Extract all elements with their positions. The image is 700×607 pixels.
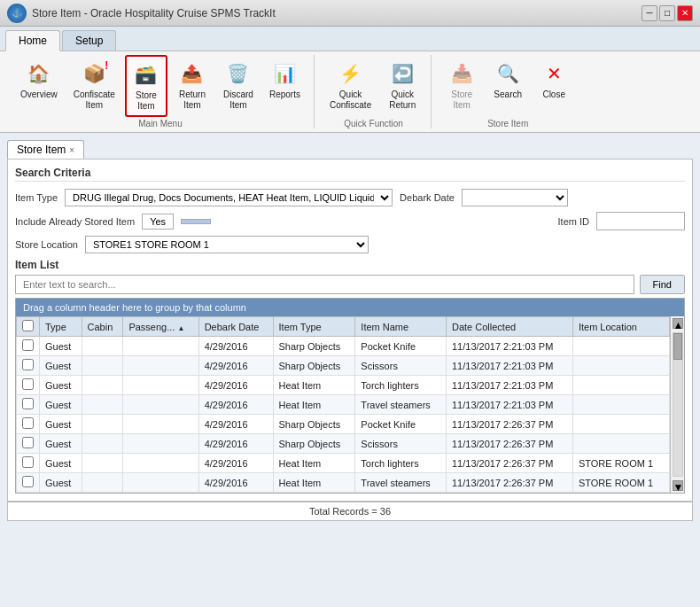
ribbon-tab-bar: Home Setup — [0, 27, 700, 51]
row-item-type: Sharp Objects — [273, 434, 355, 454]
row-type: Guest — [40, 356, 82, 376]
row-checkbox[interactable] — [22, 359, 34, 370]
row-passenger — [123, 337, 198, 356]
table-row[interactable]: Guest 4/29/2016 Sharp Objects Scissors 1… — [17, 356, 670, 376]
ribbon-content: 🏠 Overview 📦 ! ConfiscateItem 🗃️ StoreIt… — [0, 51, 700, 132]
item-list-section: Item List Find Drag a column header here… — [15, 259, 685, 494]
row-item-location — [572, 434, 669, 454]
table-row[interactable]: Guest 4/29/2016 Sharp Objects Pocket Kni… — [17, 415, 670, 434]
row-checkbox[interactable] — [22, 437, 34, 448]
row-item-name: Travel steamers — [355, 395, 447, 415]
store-item-button[interactable]: 🗃️ StoreItem — [125, 55, 167, 117]
store-location-select[interactable]: STORE1 STORE ROOM 1 — [85, 236, 369, 253]
row-item-name: Pocket Knife — [355, 337, 447, 356]
close-window-button[interactable]: ✕ — [677, 5, 693, 21]
return-label: ReturnItem — [179, 89, 206, 111]
table-row[interactable]: Guest 4/29/2016 Heat Item Travel steamer… — [17, 395, 670, 415]
debark-date-select[interactable] — [462, 189, 568, 206]
table-row[interactable]: Guest 4/29/2016 Sharp Objects Scissors 1… — [17, 434, 670, 454]
scroll-thumb[interactable] — [673, 333, 682, 360]
store-item-tab[interactable]: Store Item × — [7, 140, 84, 159]
row-passenger — [123, 473, 198, 493]
tab-bar: Store Item × — [4, 136, 696, 159]
total-records-footer: Total Records = 36 — [7, 502, 693, 521]
col-cabin[interactable]: Cabin — [82, 317, 123, 337]
table-scrollbar[interactable]: ▲ ▼ — [670, 316, 684, 493]
row-checkbox-cell — [17, 356, 40, 376]
col-type[interactable]: Type — [40, 317, 82, 337]
include-stored-yes-button[interactable]: Yes — [142, 214, 174, 230]
row-checkbox[interactable] — [22, 378, 34, 390]
col-item-name[interactable]: Item Name — [355, 317, 447, 337]
scroll-up-button[interactable]: ▲ — [673, 318, 683, 329]
row-item-name: Travel steamers — [355, 473, 447, 493]
row-checkbox[interactable] — [22, 456, 34, 468]
row-item-location — [572, 395, 669, 415]
maximize-button[interactable]: □ — [659, 5, 675, 21]
tab-home[interactable]: Home — [5, 30, 60, 51]
row-type: Guest — [40, 454, 82, 473]
row-item-name: Torch lighters — [355, 454, 447, 473]
col-item-location[interactable]: Item Location — [572, 317, 669, 337]
reports-button[interactable]: 📊 Reports — [263, 55, 307, 117]
row-checkbox[interactable] — [22, 417, 34, 429]
select-all-checkbox[interactable] — [22, 320, 34, 331]
row-checkbox-cell — [17, 434, 40, 454]
table-row[interactable]: Guest 4/29/2016 Heat Item Torch lighters… — [17, 454, 670, 473]
row-debark-date: 4/29/2016 — [198, 376, 273, 395]
table-row[interactable]: Guest 4/29/2016 Heat Item Travel steamer… — [17, 473, 670, 493]
item-type-select[interactable]: DRUG Illegal Drug, Docs Documents, HEAT … — [65, 189, 393, 206]
item-id-label: Item ID — [558, 216, 589, 227]
row-type: Guest — [40, 415, 82, 434]
find-button[interactable]: Find — [640, 275, 685, 294]
col-date-collected[interactable]: Date Collected — [446, 317, 572, 337]
store-item-action-button[interactable]: 📥 StoreItem — [440, 55, 483, 117]
row-checkbox[interactable] — [22, 476, 34, 487]
row-date-collected: 11/13/2017 2:21:03 PM — [446, 395, 572, 415]
search-criteria-section: Search Criteria Item Type DRUG Illegal D… — [15, 167, 685, 253]
row-date-collected: 11/13/2017 2:26:37 PM — [446, 473, 572, 493]
discard-item-button[interactable]: 🗑️ DiscardItem — [217, 55, 260, 117]
total-records-label: Total Records = 36 — [309, 506, 391, 517]
quick-function-group-label: Quick Function — [344, 119, 403, 128]
quick-confiscate-button[interactable]: ⚡ QuickConfiscate — [323, 55, 377, 117]
search-action-button[interactable]: 🔍 Search — [486, 55, 529, 117]
row-item-type: Sharp Objects — [273, 337, 355, 356]
minimize-button[interactable]: ─ — [642, 5, 657, 21]
scroll-down-button[interactable]: ▼ — [673, 480, 683, 491]
search-bar: Find — [15, 275, 685, 294]
row-checkbox[interactable] — [22, 398, 34, 409]
search-action-icon: 🔍 — [494, 59, 522, 88]
row-item-name: Scissors — [355, 356, 447, 376]
window-title: Store Item - Oracle Hospitality Cruise S… — [32, 7, 276, 19]
row-cabin — [82, 473, 123, 493]
row-date-collected: 11/13/2017 2:26:37 PM — [446, 434, 572, 454]
confiscate-item-button[interactable]: 📦 ! ConfiscateItem — [67, 55, 121, 117]
row-type: Guest — [40, 337, 82, 356]
col-item-type[interactable]: Item Type — [273, 317, 355, 337]
close-action-button[interactable]: ✕ Close — [533, 55, 575, 117]
row-item-type: Heat Item — [273, 473, 355, 493]
row-cabin — [82, 337, 123, 356]
include-stored-indicator — [181, 219, 211, 224]
item-id-input[interactable] — [596, 212, 685, 230]
row-item-type: Sharp Objects — [273, 356, 355, 376]
table-row[interactable]: Guest 4/29/2016 Heat Item Torch lighters… — [17, 376, 670, 395]
search-input[interactable] — [15, 275, 634, 294]
col-checkbox — [17, 317, 40, 337]
row-passenger — [123, 376, 198, 395]
tab-setup[interactable]: Setup — [62, 30, 116, 51]
return-item-button[interactable]: 📤 ReturnItem — [171, 55, 214, 117]
tab-close-button[interactable]: × — [69, 145, 74, 155]
quick-return-button[interactable]: ↩️ QuickReturn — [381, 55, 424, 117]
row-item-type: Heat Item — [273, 454, 355, 473]
store-item-action-icon: 📥 — [447, 59, 476, 88]
overview-button[interactable]: 🏠 Overview — [14, 55, 64, 117]
col-debark-date[interactable]: Debark Date — [198, 317, 273, 337]
table-row[interactable]: Guest 4/29/2016 Sharp Objects Pocket Kni… — [17, 337, 670, 356]
row-date-collected: 11/13/2017 2:21:03 PM — [446, 356, 572, 376]
row-checkbox[interactable] — [22, 339, 34, 351]
store-location-label: Store Location — [15, 239, 78, 250]
row-checkbox-cell — [17, 337, 40, 356]
col-passenger[interactable]: Passeng... ▲ — [123, 317, 198, 337]
